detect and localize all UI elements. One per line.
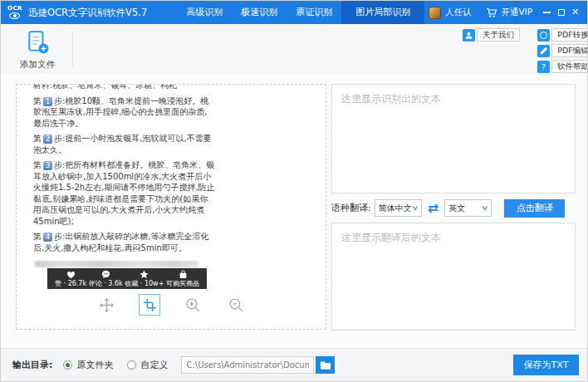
circular-arrows-icon xyxy=(537,29,550,42)
source-language-value: 简体中文 xyxy=(379,203,412,214)
titlebar-right-cluster: 人任认 开通VIP ✕ xyxy=(429,1,587,24)
image-preview-panel[interactable]: 材料:桃胶、皂角米、银耳、冰糖、枸杞 第1步:桃胶10颗、皂角米提前一晚浸泡好。… xyxy=(16,84,326,330)
radio-unselected-icon xyxy=(127,360,136,370)
target-language-select[interactable]: 英文 ∨ xyxy=(444,199,492,217)
stats-bar: 赞 · 26.7k 评论 · 3.6k 收藏 · 10w+ 可购买商品 xyxy=(47,268,207,289)
radio-original-label: 原文件夹 xyxy=(76,359,113,371)
titlebar: OCR 迅捷OCR文字识别软件V5.7 高级识别 极速识别 票证识别 图片局部识… xyxy=(1,1,587,24)
open-vip-button[interactable]: 开通VIP xyxy=(501,7,532,18)
minimize-icon xyxy=(543,12,551,13)
logo-text: OCR xyxy=(7,6,22,12)
app-title: 迅捷OCR文字识别软件V5.7 xyxy=(28,7,147,19)
source-language-select[interactable]: 简体中文 ∨ xyxy=(375,199,422,217)
tab-fast-ocr[interactable]: 极速识别 xyxy=(232,1,287,24)
close-button[interactable]: ✕ xyxy=(568,1,582,24)
tab-advanced-ocr[interactable]: 高级识别 xyxy=(177,1,232,24)
heart-icon xyxy=(66,271,76,279)
crop-tool-button[interactable] xyxy=(139,294,160,316)
minimize-button[interactable] xyxy=(540,1,554,24)
translate-controls: 语种翻译: 简体中文 ∨ ⇄ 英文 ∨ 点击翻译 xyxy=(331,198,565,218)
pdf-convert-label: PDF转换 xyxy=(551,28,588,42)
output-path-input[interactable] xyxy=(181,356,314,374)
add-file-button[interactable]: 添加文件 xyxy=(14,30,61,71)
translated-text-area[interactable] xyxy=(331,223,576,331)
chevron-down-icon: ∨ xyxy=(482,204,489,212)
pencil-icon xyxy=(537,45,550,57)
pdf-convert-button[interactable]: PDF转换 xyxy=(537,28,588,42)
cart-icon[interactable] xyxy=(486,7,497,18)
bag-icon xyxy=(179,270,188,279)
comments-stat: 评论 · 3.6k xyxy=(89,270,123,287)
preview-toolbar xyxy=(17,294,326,316)
tab-image-region-ocr[interactable]: 图片局部识别 xyxy=(341,1,424,24)
translate-button[interactable]: 点击翻译 xyxy=(504,199,565,218)
target-language-value: 英文 xyxy=(448,203,465,214)
preview-document-text: 材料:桃胶、皂角米、银耳、冰糖、枸杞 第1步:桃胶10颗、皂角米提前一晚浸泡好。… xyxy=(33,84,215,257)
zoom-out-button[interactable] xyxy=(225,294,247,316)
tab-ticket-ocr[interactable]: 票证识别 xyxy=(287,1,341,24)
doc-step-4: 第4步:出锅前放入敲碎的冰糖,等冰糖完全溶化后,关火,撒入枸杞和桂花,再闷5mi… xyxy=(33,231,215,253)
pan-tool-button[interactable] xyxy=(96,294,117,316)
doc-step-2: 第2步:提前一小时泡发银耳,泡软就可以,不需要泡太久。 xyxy=(33,133,215,155)
zoom-out-icon xyxy=(228,297,244,313)
move-icon xyxy=(99,297,115,313)
main-content: 材料:桃胶、皂角米、银耳、冰糖、枸杞 第1步:桃胶10颗、皂角米提前一晚浸泡好。… xyxy=(1,74,587,348)
toolbar-divider xyxy=(72,31,73,67)
browse-folder-button[interactable] xyxy=(316,356,335,374)
save-as-txt-button[interactable]: 保存为TXT xyxy=(513,355,579,375)
user-avatar[interactable] xyxy=(429,7,441,19)
shop-stat: 可购买商品 xyxy=(166,270,199,287)
about-us-button[interactable]: 关于我们 xyxy=(463,28,520,42)
zoom-in-icon xyxy=(185,297,201,313)
blurred-text-line xyxy=(35,261,199,267)
recognized-text-area[interactable] xyxy=(331,84,576,193)
main-menu: 高级识别 极速识别 票证识别 图片局部识别 xyxy=(177,1,424,24)
maximize-icon xyxy=(558,9,565,16)
doc-intro-line: 材料:桃胶、皂角米、银耳、冰糖、枸杞 xyxy=(33,84,215,91)
add-file-icon xyxy=(25,30,50,56)
translate-label: 语种翻译: xyxy=(331,202,371,214)
doc-step-1: 第1步:桃胶10颗、皂角米提前一晚浸泡好。桃胶泡至果冻状,用手捏碎,细心的去挑里… xyxy=(33,96,215,130)
radio-original-folder[interactable]: 原文件夹 xyxy=(63,359,113,371)
radio-selected-icon xyxy=(63,360,72,370)
step-number-badge: 4 xyxy=(43,233,52,242)
folder-icon xyxy=(320,360,331,370)
output-directory-label: 输出目录: xyxy=(12,359,52,371)
favorites-stat: 收藏 · 10w+ xyxy=(125,270,164,287)
question-icon: ? xyxy=(537,61,550,73)
toolbar: 添加文件 关于我们 PDF转换 PDF编辑 ? 软件帮助 xyxy=(1,24,587,75)
chevron-down-icon: ∨ xyxy=(411,204,419,212)
pdf-edit-button[interactable]: PDF编辑 xyxy=(537,44,588,57)
eye-icon xyxy=(9,12,20,19)
output-bar: 输出目录: 原文件夹 自定义 保存为TXT xyxy=(1,348,587,381)
swap-languages-icon[interactable]: ⇄ xyxy=(428,202,439,215)
comment-icon xyxy=(101,270,110,279)
likes-stat: 赞 · 26.7k xyxy=(55,271,86,287)
pdf-edit-label: PDF编辑 xyxy=(551,44,588,57)
radio-custom-label: 自定义 xyxy=(140,359,168,371)
radio-custom-folder[interactable]: 自定义 xyxy=(127,359,168,371)
crop-icon xyxy=(143,298,157,312)
app-window: OCR 迅捷OCR文字识别软件V5.7 高级识别 极速识别 票证识别 图片局部识… xyxy=(0,0,588,382)
add-file-label: 添加文件 xyxy=(20,59,55,71)
person-icon xyxy=(463,29,475,42)
step-number-badge: 1 xyxy=(43,97,52,106)
about-us-label: 关于我们 xyxy=(477,28,520,42)
doc-step-3: 第3步:把所有材料都准备好。桃胶、皂角米、银耳放入砂锅中,加入1500ml的冷水… xyxy=(33,159,215,227)
maximize-button[interactable] xyxy=(554,1,568,24)
step-number-badge: 3 xyxy=(43,161,52,170)
account-name[interactable]: 人任认 xyxy=(445,7,472,18)
step-number-badge: 2 xyxy=(43,135,52,144)
star-icon xyxy=(140,270,149,279)
ocr-eye-logo-icon: OCR xyxy=(7,6,22,19)
software-help-label: 软件帮助 xyxy=(551,60,588,73)
software-help-button[interactable]: ? 软件帮助 xyxy=(537,60,588,73)
zoom-in-button[interactable] xyxy=(182,294,203,316)
